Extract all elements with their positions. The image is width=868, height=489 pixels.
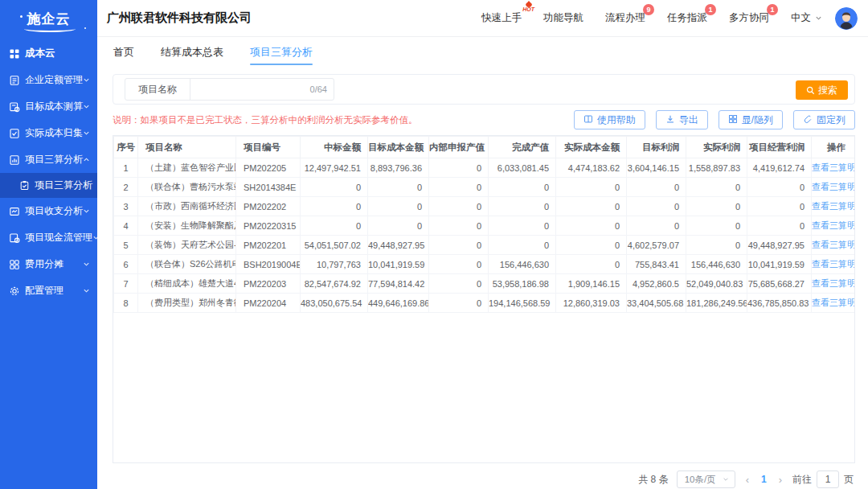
- page-number-1[interactable]: 1: [760, 474, 768, 485]
- project-name-input[interactable]: [197, 84, 307, 95]
- view-detail-link[interactable]: 查看三算明细: [812, 201, 855, 211]
- table-row-6: 7（精细成本）雄楚大道4#...PM22020382,547,674.9277,…: [114, 274, 856, 294]
- sidebar-item-5[interactable]: 项目收支分析: [0, 198, 97, 224]
- cell-5-1: （联合体）S26公路机电设...: [138, 255, 236, 274]
- action-cell: 查看三算明细: [812, 158, 856, 178]
- cell-7-2: PM220204: [236, 294, 301, 313]
- cell-5-8: 755,843.41: [627, 255, 686, 274]
- prev-page-button[interactable]: ‹: [743, 474, 751, 486]
- cell-4-2: PM202201: [236, 236, 301, 255]
- chevron-down-icon: [723, 476, 729, 483]
- search-icon: [806, 86, 815, 95]
- action-cell: 查看三算明细: [812, 216, 856, 236]
- topnav-item-label: 功能导航: [543, 12, 583, 23]
- cell-4-10: 49,448,927.95: [747, 236, 812, 255]
- sidebar-item-label: 目标成本测算: [25, 100, 83, 113]
- next-page-button[interactable]: ›: [776, 474, 784, 486]
- user-avatar[interactable]: [835, 7, 858, 30]
- cell-1-9: 0: [686, 178, 747, 197]
- toolbar-button-3[interactable]: 固定列: [793, 110, 855, 129]
- show-hide-columns-icon: [728, 114, 738, 126]
- column-header-9: 实际利润: [686, 137, 747, 158]
- sidebar-item-label: 成本云: [25, 47, 55, 60]
- cell-1-3: 0: [301, 178, 368, 197]
- toolbar-button-label: 固定列: [817, 113, 845, 127]
- tab-0[interactable]: 首页: [113, 37, 134, 68]
- cell-7-10: 436,785,850.83: [747, 294, 812, 313]
- cell-0-10: 4,419,612.74: [747, 158, 812, 178]
- chevron-up-icon: [83, 156, 90, 163]
- chevron-down-icon: [83, 129, 90, 137]
- column-header-5: 内部申报产值: [429, 137, 489, 158]
- sidebar-item-3[interactable]: 实际成本归集: [0, 120, 97, 146]
- cell-6-7: 1,909,146.15: [556, 274, 627, 294]
- cell-3-6: 0: [489, 216, 556, 236]
- sidebar-item-label: 企业定额管理: [25, 73, 83, 87]
- sidebar-item-label: 实际成本归集: [25, 126, 83, 140]
- allocation-grid-icon: [9, 259, 20, 270]
- sidebar-item-label: 项目现金流管理: [25, 231, 92, 244]
- cell-4-4: 49,448,927.95: [368, 236, 429, 255]
- cell-1-2: SH2014384E: [236, 178, 301, 197]
- cell-5-5: 0: [429, 255, 489, 274]
- cell-0-8: 3,604,146.15: [627, 158, 686, 178]
- cell-2-1: （市政）西南循环经济园B...: [138, 197, 236, 216]
- tab-2[interactable]: 项目三算分析: [250, 37, 313, 68]
- table-row-4: 5（装饰）天府艺术公园-文...PM20220154,051,507.0249,…: [114, 236, 856, 255]
- language-selector[interactable]: 中文: [791, 11, 822, 25]
- topnav-item-1[interactable]: 功能导航: [543, 11, 583, 25]
- sidebar-item-7[interactable]: 费用分摊: [0, 251, 97, 277]
- cell-7-6: 194,146,568.59: [489, 294, 556, 313]
- chevron-down-icon: [83, 261, 90, 268]
- warning-note: 说明：如果项目不是已完工状态，三算分析中的利润分析无实际参考价值。: [113, 114, 418, 126]
- view-detail-link[interactable]: 查看三算明细: [812, 278, 855, 288]
- view-detail-link[interactable]: 查看三算明细: [812, 162, 855, 172]
- sidebar-item-6[interactable]: 项目现金流管理: [0, 224, 97, 251]
- toolbar-button-0[interactable]: 使用帮助: [574, 110, 645, 129]
- tab-1[interactable]: 结算成本总表: [161, 37, 223, 68]
- cell-2-0: 3: [114, 197, 138, 216]
- toolbar-button-1[interactable]: 导出: [656, 110, 708, 129]
- topnav-item-3[interactable]: 任务指派1: [667, 11, 707, 25]
- toolbar-button-label: 显/隐列: [742, 113, 773, 127]
- cell-3-8: 0: [627, 216, 686, 236]
- cell-4-8: 4,602,579.07: [627, 236, 686, 255]
- column-header-2: 项目编号: [236, 137, 301, 158]
- action-cell: 查看三算明细: [812, 178, 856, 197]
- cell-7-0: 8: [114, 294, 138, 313]
- tab-bar: 首页结算成本总表项目三算分析: [97, 37, 868, 68]
- view-detail-link[interactable]: 查看三算明细: [812, 298, 855, 307]
- topnav-item-label: 多方协同: [729, 12, 769, 23]
- toolbar-button-2[interactable]: 显/隐列: [719, 110, 783, 129]
- topnav-item-2[interactable]: 流程办理9: [605, 11, 645, 25]
- top-nav: 快速上手HOT功能导航流程办理9任务指派1多方协同1: [481, 11, 769, 25]
- chevron-down-icon: [83, 103, 90, 110]
- cell-7-7: 12,860,319.03: [556, 294, 627, 313]
- sidebar-item-2[interactable]: 目标成本测算: [0, 93, 97, 120]
- clipboard-check-icon: [19, 180, 30, 191]
- view-detail-link[interactable]: 查看三算明细: [812, 240, 855, 249]
- cell-3-7: 0: [556, 216, 627, 236]
- sidebar-item-4[interactable]: 项目三算分析: [0, 146, 97, 173]
- cell-4-0: 5: [114, 236, 138, 255]
- topnav-item-0[interactable]: 快速上手HOT: [481, 11, 522, 25]
- cell-5-2: BSH2019004E: [236, 255, 301, 274]
- sidebar-subitem-label: 项目三算分析: [35, 179, 92, 192]
- app-logo[interactable]: 施企云: [0, 0, 97, 37]
- page-size-select[interactable]: 10条/页: [677, 471, 735, 488]
- hot-flame-icon: HOT: [522, 1, 534, 12]
- view-detail-link[interactable]: 查看三算明细: [812, 259, 855, 269]
- cell-5-4: 10,041,919.59: [368, 255, 429, 274]
- search-button[interactable]: 搜索: [796, 80, 848, 100]
- topnav-item-4[interactable]: 多方协同1: [729, 11, 769, 25]
- sidebar-item-1[interactable]: 企业定额管理: [0, 67, 97, 93]
- sidebar-item-0[interactable]: 成本云: [0, 40, 97, 67]
- cell-3-9: 0: [686, 216, 747, 236]
- toolbar-button-label: 导出: [679, 113, 698, 127]
- goto-page-input[interactable]: [817, 471, 839, 488]
- view-detail-link[interactable]: 查看三算明细: [812, 182, 855, 191]
- sidebar-subitem-4-0[interactable]: 项目三算分析: [0, 173, 97, 198]
- sidebar-item-8[interactable]: 配置管理: [0, 277, 97, 304]
- view-detail-link[interactable]: 查看三算明细: [812, 220, 855, 230]
- cell-6-4: 77,594,814.42: [368, 274, 429, 294]
